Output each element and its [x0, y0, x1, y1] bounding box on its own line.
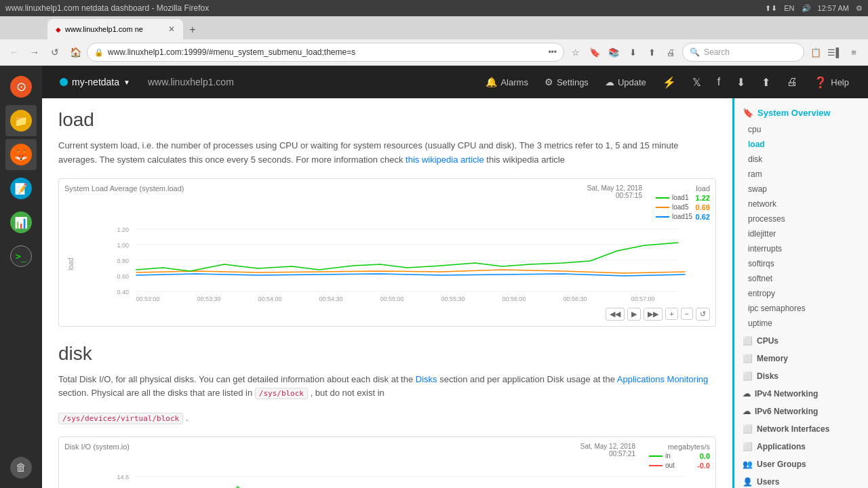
netdata-logo-dot [60, 78, 68, 86]
sidebar-uptime[interactable]: uptime [734, 316, 868, 331]
sidebar-disk[interactable]: disk [734, 152, 868, 167]
print2-button[interactable]: 🖨 [778, 72, 806, 92]
url-menu-dots[interactable]: ••• [548, 47, 557, 57]
memory-group-label: Memory [757, 354, 788, 363]
sidebar-interrupts[interactable]: interrupts [734, 241, 868, 256]
help-button[interactable]: ❓ Help [806, 72, 857, 93]
load-desc-text: Current system load, i.e. the number of … [58, 140, 678, 165]
home-button[interactable]: 🏠 [66, 43, 84, 61]
github-button[interactable]: ⚡ [654, 72, 684, 93]
downloads-button[interactable]: ⬇ [624, 43, 642, 61]
sidebar-network[interactable]: network [734, 197, 868, 211]
sidebar-cpu[interactable]: cpu [734, 122, 868, 137]
print-button[interactable]: 🖨 [662, 43, 679, 61]
netdata-logo-button[interactable]: my-netdata ▼ [53, 73, 137, 92]
taskbar-files[interactable]: 📁 [5, 105, 37, 136]
svg-text:1.00: 1.00 [117, 242, 130, 249]
sidebar-swap[interactable]: swap [734, 182, 868, 197]
taskbar-calc[interactable]: 📊 [5, 207, 37, 238]
sidebar-softnet[interactable]: softnet [734, 271, 868, 286]
twitter-button[interactable]: 𝕏 [684, 72, 709, 93]
sidebar-group-disks[interactable]: ⬜ Disks [734, 366, 868, 384]
cpus-group-label: CPUs [757, 336, 778, 346]
disk-chart-header: Disk I/O (system.io) Sat, May 12, 2018 0… [64, 443, 710, 470]
load-legend-header: load [656, 184, 710, 192]
sidebar-group-user-groups[interactable]: 👥 User Groups [734, 454, 868, 472]
taskbar-firefox[interactable]: 🦊 [5, 139, 37, 170]
taskbar-ubuntu[interactable]: ⊙ [5, 71, 37, 102]
update-button[interactable]: ☁ Update [597, 73, 654, 92]
taskbar-terminal[interactable]: >_ [5, 241, 37, 272]
disk-desc-text1: Total Disk I/O, for all physical disks. … [58, 374, 413, 384]
disks-link[interactable]: Disks [416, 374, 437, 384]
settings-icon[interactable]: ⚙ [856, 4, 863, 13]
out-label: out [665, 462, 694, 469]
sidebar-toggle-button[interactable]: ☰▌ [826, 43, 844, 61]
load-play-button[interactable]: ▶ [627, 308, 641, 321]
back-button[interactable]: ← [5, 43, 23, 61]
bookmark-star-button[interactable]: ☆ [567, 43, 585, 61]
load-reset-button[interactable]: ↺ [696, 308, 710, 321]
terminal-icon: >_ [10, 245, 32, 267]
url-text: www.linuxhelp1.com:19999/#menu_system_su… [108, 47, 544, 57]
taskbar-writer[interactable]: 📝 [5, 173, 37, 204]
load5-label: load5 [672, 203, 693, 211]
disk-period: . [186, 413, 189, 423]
menu-button[interactable]: ≡ [845, 43, 863, 61]
load-wiki-link[interactable]: this wikipedia article [406, 155, 484, 165]
sidebar-ram[interactable]: ram [734, 167, 868, 182]
load-prev-button[interactable]: ◀◀ [606, 308, 625, 321]
taskbar-trash[interactable]: 🗑 [5, 452, 37, 483]
load-chart-title: System Load Average (system.load) [64, 184, 184, 192]
facebook-button[interactable]: f [709, 72, 728, 92]
system-overview-section[interactable]: 🔖 System Overview [734, 104, 868, 122]
in-color [649, 455, 663, 457]
sidebar-idlejitter[interactable]: idlejitter [734, 226, 868, 241]
disk-chart-title: Disk I/O (system.io) [64, 443, 130, 451]
sidebar-group-users[interactable]: 👤 Users [734, 472, 868, 488]
main-scroll[interactable]: load Current system load, i.e. the numbe… [42, 98, 732, 488]
disk-legend: megabytes/s in 0.0 out -0.0 [649, 443, 710, 470]
upload-button[interactable]: ⬆ [643, 43, 660, 61]
sidebar-processes[interactable]: processes [734, 211, 868, 226]
sidebar-entropy[interactable]: entropy [734, 286, 868, 301]
reload-button[interactable]: ↺ [46, 43, 64, 61]
load-zoom-in-button[interactable]: + [665, 308, 677, 320]
sidebar-group-network-interfaces[interactable]: ⬜ Network Interfaces [734, 419, 868, 436]
sidebar-ipc[interactable]: ipc semaphores [734, 301, 868, 316]
extensions-button[interactable]: 📚 [605, 43, 623, 61]
sidebar-group-memory[interactable]: ⬜ Memory [734, 348, 868, 366]
bookmarks-list-button[interactable]: 🔖 [586, 43, 604, 61]
sidebar-group-applications[interactable]: ⬜ Applications [734, 436, 868, 454]
search-bar[interactable]: 🔍 Search [682, 43, 804, 62]
new-tab-button[interactable]: + [183, 20, 202, 39]
svg-text:0.60: 0.60 [117, 273, 130, 280]
svg-text:00:57:00: 00:57:00 [631, 296, 655, 302]
network-interfaces-group-label: Network Interfaces [757, 424, 829, 434]
tab-close-button[interactable]: ✕ [168, 24, 175, 34]
settings-button[interactable]: ⚙ Settings [536, 73, 597, 92]
os-titlebar-title: www.linuxhelp1.com netdata dashboard - M… [5, 3, 209, 13]
alarms-label: Alarms [500, 77, 528, 87]
load-zoom-out-button[interactable]: − [681, 308, 693, 320]
applications-group-label: Applications [757, 442, 806, 451]
library-button[interactable]: 📋 [807, 43, 825, 61]
code-sys-virtual: /sys/devices/virtual/block [58, 413, 183, 424]
download-button[interactable]: ⬇ [728, 72, 753, 93]
upload2-button[interactable]: ⬆ [753, 72, 778, 93]
netdata-header: my-netdata ▼ www.linuxhelp1.com 🔔 Alarms… [42, 66, 868, 98]
forward-button[interactable]: → [26, 43, 43, 61]
browser-tab-active[interactable]: ◆ www.linuxhelp1.com ne ✕ [47, 19, 183, 39]
alarms-button[interactable]: 🔔 Alarms [477, 73, 536, 92]
sidebar-group-cpus[interactable]: ⬜ CPUs [734, 331, 868, 348]
sidebar-group-ipv6[interactable]: ☁ IPv6 Networking [734, 401, 868, 419]
apps-monitoring-link[interactable]: Applications Monitoring [617, 374, 708, 384]
address-bar[interactable]: 🔒 www.linuxhelp1.com:19999/#menu_system_… [87, 43, 564, 62]
settings-label: Settings [557, 77, 589, 87]
sidebar-softirqs[interactable]: softirqs [734, 256, 868, 271]
sidebar-group-ipv4[interactable]: ☁ IPv4 Networking [734, 384, 868, 401]
load-next-button[interactable]: ▶▶ [644, 308, 663, 321]
disk-desc-text4: , but do not exist in [311, 388, 384, 398]
sidebar-load[interactable]: load [734, 137, 868, 152]
right-sidebar: 🔖 System Overview cpu load disk ram swap [732, 98, 868, 488]
